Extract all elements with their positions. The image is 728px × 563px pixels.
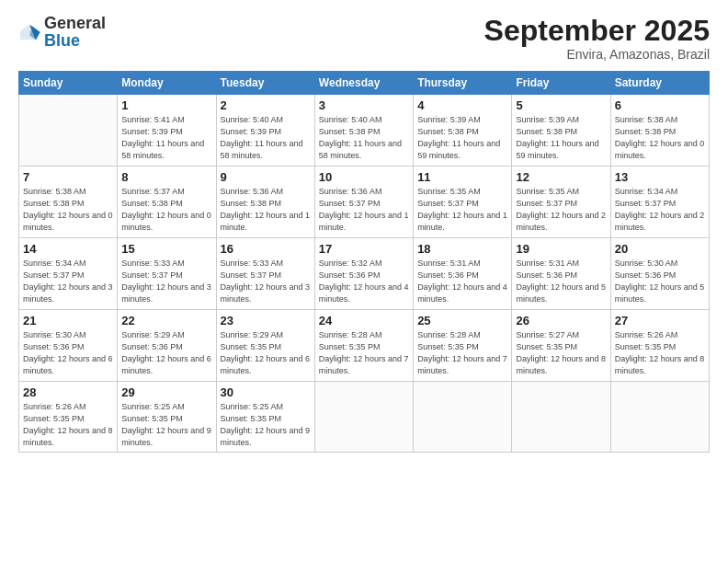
table-row: 11 Sunrise: 5:35 AMSunset: 5:37 PMDaylig… [414, 167, 512, 238]
day-number: 4 [417, 98, 507, 112]
table-row: 16 Sunrise: 5:33 AMSunset: 5:37 PMDaylig… [216, 238, 314, 310]
day-number: 18 [417, 242, 507, 256]
day-info: Sunrise: 5:33 AMSunset: 5:37 PMDaylight:… [221, 258, 311, 305]
day-number: 2 [221, 98, 311, 112]
table-row [19, 95, 118, 167]
table-row: 12 Sunrise: 5:35 AMSunset: 5:37 PMDaylig… [512, 167, 610, 238]
day-number: 23 [221, 314, 311, 327]
calendar-week-row: 21 Sunrise: 5:30 AMSunset: 5:36 PMDaylig… [19, 310, 710, 382]
day-number: 14 [23, 242, 113, 256]
title-block: September 2025 Envira, Amazonas, Brazil [484, 15, 710, 62]
day-number: 29 [121, 385, 211, 399]
table-row: 13 Sunrise: 5:34 AMSunset: 5:37 PMDaylig… [610, 167, 709, 238]
calendar-week-row: 1 Sunrise: 5:41 AMSunset: 5:39 PMDayligh… [19, 95, 710, 167]
table-row: 17 Sunrise: 5:32 AMSunset: 5:36 PMDaylig… [314, 238, 413, 310]
day-number: 26 [516, 314, 606, 327]
table-row: 4 Sunrise: 5:39 AMSunset: 5:38 PMDayligh… [414, 95, 512, 167]
day-info: Sunrise: 5:38 AMSunset: 5:38 PMDaylight:… [615, 114, 705, 162]
day-number: 16 [221, 242, 311, 256]
day-info: Sunrise: 5:41 AMSunset: 5:39 PMDaylight:… [121, 114, 211, 162]
table-row: 1 Sunrise: 5:41 AMSunset: 5:39 PMDayligh… [118, 95, 216, 167]
calendar-header-row: Sunday Monday Tuesday Wednesday Thursday… [19, 72, 710, 95]
col-monday: Monday [118, 72, 216, 95]
table-row: 29 Sunrise: 5:25 AMSunset: 5:35 PMDaylig… [118, 382, 216, 453]
location-subtitle: Envira, Amazonas, Brazil [484, 47, 710, 62]
table-row: 5 Sunrise: 5:39 AMSunset: 5:38 PMDayligh… [512, 95, 610, 167]
day-number: 3 [319, 98, 409, 112]
day-info: Sunrise: 5:31 AMSunset: 5:36 PMDaylight:… [516, 258, 606, 305]
calendar-week-row: 28 Sunrise: 5:26 AMSunset: 5:35 PMDaylig… [19, 382, 710, 453]
calendar-week-row: 7 Sunrise: 5:38 AMSunset: 5:38 PMDayligh… [19, 167, 710, 238]
day-info: Sunrise: 5:28 AMSunset: 5:35 PMDaylight:… [319, 329, 409, 377]
col-thursday: Thursday [414, 72, 512, 95]
table-row [610, 382, 709, 453]
month-title: September 2025 [484, 15, 710, 47]
day-number: 20 [615, 242, 705, 256]
table-row: 14 Sunrise: 5:34 AMSunset: 5:37 PMDaylig… [19, 238, 118, 310]
day-number: 24 [319, 314, 409, 327]
day-info: Sunrise: 5:39 AMSunset: 5:38 PMDaylight:… [417, 114, 507, 162]
day-number: 15 [121, 242, 211, 256]
day-number: 25 [417, 314, 507, 327]
logo-text: General Blue [44, 15, 106, 50]
day-number: 12 [516, 170, 606, 184]
table-row: 8 Sunrise: 5:37 AMSunset: 5:38 PMDayligh… [118, 167, 216, 238]
table-row: 21 Sunrise: 5:30 AMSunset: 5:36 PMDaylig… [19, 310, 118, 382]
day-number: 9 [221, 170, 311, 184]
day-info: Sunrise: 5:31 AMSunset: 5:36 PMDaylight:… [417, 258, 507, 305]
table-row: 22 Sunrise: 5:29 AMSunset: 5:36 PMDaylig… [118, 310, 216, 382]
day-info: Sunrise: 5:35 AMSunset: 5:37 PMDaylight:… [516, 186, 606, 234]
day-info: Sunrise: 5:33 AMSunset: 5:37 PMDaylight:… [121, 258, 211, 305]
col-sunday: Sunday [19, 72, 118, 95]
day-info: Sunrise: 5:29 AMSunset: 5:35 PMDaylight:… [221, 329, 311, 377]
table-row: 20 Sunrise: 5:30 AMSunset: 5:36 PMDaylig… [610, 238, 709, 310]
day-info: Sunrise: 5:40 AMSunset: 5:39 PMDaylight:… [221, 114, 311, 162]
day-info: Sunrise: 5:36 AMSunset: 5:37 PMDaylight:… [319, 186, 409, 234]
day-info: Sunrise: 5:36 AMSunset: 5:38 PMDaylight:… [221, 186, 311, 234]
day-info: Sunrise: 5:35 AMSunset: 5:37 PMDaylight:… [417, 186, 507, 234]
day-info: Sunrise: 5:37 AMSunset: 5:38 PMDaylight:… [121, 186, 211, 234]
table-row: 3 Sunrise: 5:40 AMSunset: 5:38 PMDayligh… [314, 95, 413, 167]
table-row: 23 Sunrise: 5:29 AMSunset: 5:35 PMDaylig… [216, 310, 314, 382]
day-info: Sunrise: 5:25 AMSunset: 5:35 PMDaylight:… [221, 401, 311, 449]
day-number: 13 [615, 170, 705, 184]
day-number: 19 [516, 242, 606, 256]
page: General Blue September 2025 Envira, Amaz… [0, 0, 728, 563]
table-row: 15 Sunrise: 5:33 AMSunset: 5:37 PMDaylig… [118, 238, 216, 310]
table-row: 2 Sunrise: 5:40 AMSunset: 5:39 PMDayligh… [216, 95, 314, 167]
day-info: Sunrise: 5:32 AMSunset: 5:36 PMDaylight:… [319, 258, 409, 305]
header: General Blue September 2025 Envira, Amaz… [18, 15, 710, 62]
table-row: 18 Sunrise: 5:31 AMSunset: 5:36 PMDaylig… [414, 238, 512, 310]
day-number: 1 [121, 98, 211, 112]
day-info: Sunrise: 5:30 AMSunset: 5:36 PMDaylight:… [615, 258, 705, 305]
table-row: 30 Sunrise: 5:25 AMSunset: 5:35 PMDaylig… [216, 382, 314, 453]
day-info: Sunrise: 5:26 AMSunset: 5:35 PMDaylight:… [615, 329, 705, 377]
col-tuesday: Tuesday [216, 72, 314, 95]
day-info: Sunrise: 5:34 AMSunset: 5:37 PMDaylight:… [23, 258, 113, 305]
col-saturday: Saturday [610, 72, 709, 95]
day-number: 17 [319, 242, 409, 256]
day-number: 6 [615, 98, 705, 112]
day-number: 7 [23, 170, 113, 184]
calendar-week-row: 14 Sunrise: 5:34 AMSunset: 5:37 PMDaylig… [19, 238, 710, 310]
day-number: 28 [23, 385, 113, 399]
col-wednesday: Wednesday [314, 72, 413, 95]
table-row: 7 Sunrise: 5:38 AMSunset: 5:38 PMDayligh… [19, 167, 118, 238]
day-number: 27 [615, 314, 705, 327]
day-info: Sunrise: 5:40 AMSunset: 5:38 PMDaylight:… [319, 114, 409, 162]
day-info: Sunrise: 5:27 AMSunset: 5:35 PMDaylight:… [516, 329, 606, 377]
day-number: 30 [221, 385, 311, 399]
day-number: 21 [23, 314, 113, 327]
day-info: Sunrise: 5:28 AMSunset: 5:35 PMDaylight:… [417, 329, 507, 377]
table-row: 9 Sunrise: 5:36 AMSunset: 5:38 PMDayligh… [216, 167, 314, 238]
table-row: 26 Sunrise: 5:27 AMSunset: 5:35 PMDaylig… [512, 310, 610, 382]
logo: General Blue [18, 15, 106, 50]
table-row: 19 Sunrise: 5:31 AMSunset: 5:36 PMDaylig… [512, 238, 610, 310]
table-row [314, 382, 413, 453]
logo-icon [18, 23, 40, 41]
day-number: 8 [121, 170, 211, 184]
day-number: 11 [417, 170, 507, 184]
table-row: 6 Sunrise: 5:38 AMSunset: 5:38 PMDayligh… [610, 95, 709, 167]
day-info: Sunrise: 5:29 AMSunset: 5:36 PMDaylight:… [121, 329, 211, 377]
day-info: Sunrise: 5:39 AMSunset: 5:38 PMDaylight:… [516, 114, 606, 162]
